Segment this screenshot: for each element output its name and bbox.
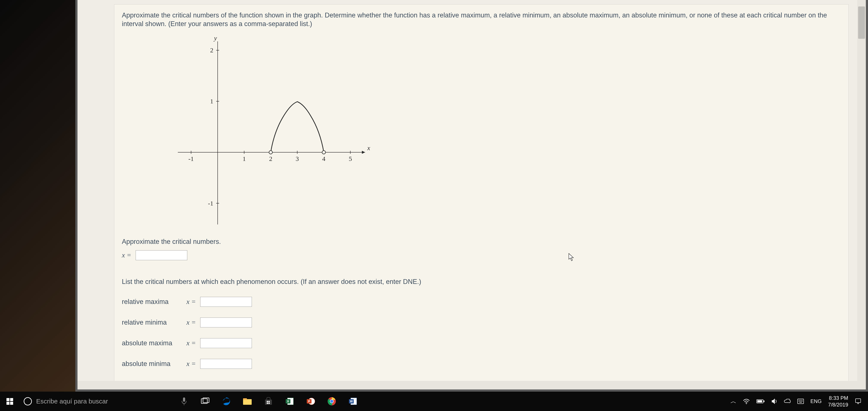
absolute-minima-label: absolute minima (122, 359, 182, 368)
task-view-icon[interactable] (195, 394, 215, 409)
phenomena-prompt: List the critical numbers at which each … (122, 277, 841, 286)
word-icon[interactable]: W (343, 394, 363, 409)
relative-minima-input[interactable] (200, 318, 252, 327)
question-panel: Approximate the critical numbers of the … (114, 4, 848, 386)
notifications-icon[interactable] (855, 398, 862, 405)
absolute-maxima-label: absolute maxima (122, 339, 182, 348)
svg-rect-23 (243, 398, 247, 400)
absolute-minima-input[interactable] (200, 359, 252, 369)
x-axis-label: x (367, 144, 370, 151)
excel-icon[interactable]: X (280, 394, 299, 409)
chrome-icon[interactable] (322, 394, 341, 409)
absolute-maxima-input[interactable] (200, 338, 252, 348)
svg-rect-28 (269, 403, 270, 404)
system-tray: ︿ ENG 8:33 PM 7/8/2019 (731, 394, 866, 408)
function-curve (271, 102, 324, 152)
taskbar-time: 8:33 PM (828, 394, 848, 401)
function-graph: x y -1 1 2 3 4 5 (178, 35, 372, 229)
svg-rect-43 (764, 401, 765, 402)
scrollbar-thumb[interactable] (858, 6, 865, 39)
svg-text:5: 5 (349, 155, 352, 162)
windows-icon (6, 398, 13, 405)
taskbar-date: 7/8/2019 (828, 401, 848, 408)
volume-icon[interactable] (771, 398, 777, 405)
x-equals-label: x = (186, 318, 196, 327)
keyboard-icon[interactable] (797, 399, 804, 404)
svg-text:2: 2 (269, 155, 272, 162)
edge-icon[interactable] (217, 394, 236, 409)
battery-icon[interactable] (756, 399, 765, 404)
x-axis-arrow (362, 151, 365, 154)
svg-text:4: 4 (322, 155, 326, 162)
svg-text:1: 1 (210, 97, 213, 105)
browser-window: Approximate the critical numbers of the … (75, 0, 868, 392)
relative-minima-label: relative minima (122, 318, 182, 327)
page-content: Approximate the critical numbers of the … (78, 0, 866, 389)
taskbar-clock[interactable]: 8:33 PM 7/8/2019 (828, 394, 848, 408)
x-equals-label: x = (122, 251, 131, 260)
y-axis-label: y (213, 35, 217, 41)
svg-point-37 (330, 400, 333, 403)
vertical-scrollbar[interactable] (857, 0, 866, 389)
svg-rect-49 (856, 399, 861, 403)
svg-rect-44 (757, 400, 762, 402)
powerpoint-icon[interactable]: P (301, 394, 320, 409)
relative-maxima-input[interactable] (200, 297, 252, 307)
open-endpoint-right (322, 151, 326, 154)
question-text: Approximate the critical numbers of the … (122, 11, 841, 28)
taskbar-search[interactable]: Escribe aquí para buscar (19, 394, 170, 409)
critical-numbers-input[interactable] (135, 250, 187, 260)
svg-rect-27 (267, 403, 268, 404)
tray-chevron-icon[interactable]: ︿ (731, 397, 737, 405)
desktop-background-left (0, 0, 75, 392)
critical-numbers-prompt: Approximate the critical numbers. (122, 237, 841, 246)
horizontal-scrollbar[interactable] (78, 381, 857, 389)
taskbar-apps: X P W (175, 394, 363, 409)
svg-text:3: 3 (296, 155, 299, 162)
wifi-icon[interactable] (743, 399, 750, 404)
svg-rect-25 (267, 401, 268, 402)
svg-text:W: W (350, 400, 353, 403)
svg-text:2: 2 (210, 47, 213, 54)
search-placeholder: Escribe aquí para buscar (36, 398, 108, 405)
x-equals-label: x = (186, 339, 196, 348)
file-explorer-icon[interactable] (238, 394, 257, 409)
relative-maxima-label: relative maxima (122, 297, 182, 306)
svg-text:1: 1 (243, 155, 246, 162)
svg-text:P: P (308, 400, 310, 403)
svg-rect-18 (183, 398, 185, 402)
start-button[interactable] (2, 394, 17, 409)
svg-text:-1: -1 (208, 200, 213, 207)
mic-icon[interactable] (175, 394, 194, 409)
language-indicator[interactable]: ENG (810, 398, 822, 404)
svg-point-41 (746, 403, 747, 404)
open-endpoint-left (269, 151, 273, 154)
svg-rect-26 (269, 401, 270, 402)
store-icon[interactable] (259, 394, 278, 409)
x-equals-label: x = (186, 359, 196, 368)
svg-text:-1: -1 (188, 155, 194, 162)
svg-text:X: X (287, 400, 289, 403)
windows-taskbar: Escribe aquí para buscar X P W ︿ (0, 392, 868, 411)
onedrive-icon[interactable] (784, 398, 791, 405)
x-equals-label: x = (186, 297, 196, 306)
cortana-icon (24, 397, 32, 405)
